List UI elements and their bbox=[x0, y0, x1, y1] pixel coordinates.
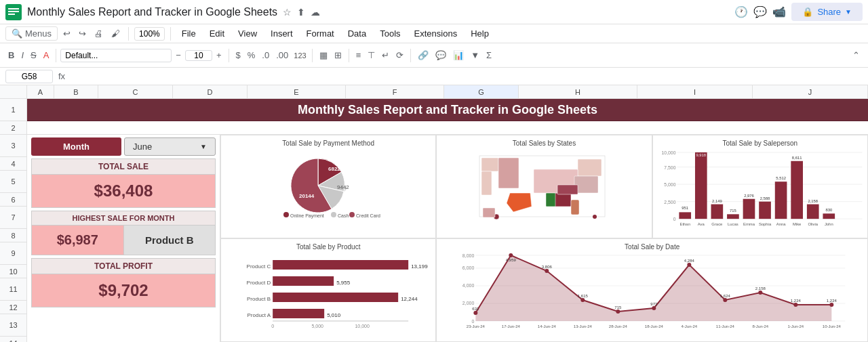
svg-point-100 bbox=[616, 309, 620, 314]
comment-btn[interactable]: 💬 bbox=[433, 48, 449, 62]
month-label-btn[interactable]: Month bbox=[31, 137, 121, 156]
meet-icon[interactable]: 📹 bbox=[772, 5, 786, 18]
svg-rect-60 bbox=[791, 161, 803, 219]
menu-file[interactable]: File bbox=[176, 27, 201, 40]
svg-rect-73 bbox=[273, 276, 334, 286]
search-menus-btn[interactable]: 🔍 Menus bbox=[5, 26, 58, 41]
row-14[interactable]: 14 bbox=[0, 337, 26, 342]
align-btn[interactable]: ≡ bbox=[353, 48, 364, 62]
menu-help[interactable]: Help bbox=[465, 27, 494, 40]
row-5[interactable]: 5 bbox=[0, 171, 26, 193]
svg-rect-20 bbox=[571, 200, 579, 215]
star-icon[interactable]: ☆ bbox=[283, 7, 292, 18]
share-button[interactable]: 🔒 Share ▼ bbox=[791, 3, 863, 21]
font-italic-btn[interactable]: I bbox=[18, 48, 26, 62]
row-6[interactable]: 6 bbox=[0, 193, 26, 207]
row-2[interactable]: 2 bbox=[0, 121, 26, 135]
col-header-i[interactable]: I bbox=[637, 85, 753, 98]
cell-reference-input[interactable] bbox=[5, 70, 53, 83]
menu-data[interactable]: Data bbox=[342, 27, 372, 40]
merge-btn[interactable]: ⊞ bbox=[332, 48, 344, 62]
row-11[interactable]: 11 bbox=[0, 278, 26, 301]
svg-text:18-Jun-24: 18-Jun-24 bbox=[645, 324, 664, 328]
menu-view[interactable]: View bbox=[233, 27, 262, 40]
increase-decimal-btn[interactable]: .00 bbox=[273, 48, 291, 62]
menu-extensions[interactable]: Extensions bbox=[409, 27, 463, 40]
month-value-btn[interactable]: June ▼ bbox=[124, 137, 216, 156]
pie-chart-title: Total Sale by Payment Method bbox=[225, 140, 431, 147]
font-bold-btn[interactable]: B bbox=[5, 48, 17, 62]
font-size-decrease-btn[interactable]: − bbox=[173, 48, 184, 62]
font-name-input[interactable] bbox=[60, 49, 172, 62]
font-color-btn[interactable]: A bbox=[41, 48, 52, 62]
cloud-icon[interactable]: ☁ bbox=[311, 7, 320, 18]
menu-edit[interactable]: Edit bbox=[204, 27, 230, 40]
col-header-e[interactable]: E bbox=[248, 85, 346, 98]
salesperson-chart-cell: Total Sale by Saleperson 0 2,500 5,000 7… bbox=[652, 135, 868, 238]
svg-point-97 bbox=[509, 253, 513, 257]
print-btn[interactable]: 🖨 bbox=[92, 26, 106, 41]
row-13[interactable]: 13 bbox=[0, 314, 26, 337]
svg-text:7,500: 7,500 bbox=[664, 165, 675, 170]
col-header-a[interactable]: A bbox=[27, 85, 54, 98]
menu-insert[interactable]: Insert bbox=[265, 27, 298, 40]
row-10[interactable]: 10 bbox=[0, 265, 26, 278]
highest-sale-product: Product B bbox=[124, 226, 216, 255]
col-header-h[interactable]: H bbox=[519, 85, 637, 98]
col-header-c[interactable]: C bbox=[98, 85, 173, 98]
menu-tools[interactable]: Tools bbox=[374, 27, 406, 40]
paint-format-btn[interactable]: 🖌 bbox=[108, 26, 123, 41]
svg-rect-39 bbox=[679, 212, 691, 219]
decrease-decimal-btn[interactable]: .0 bbox=[259, 48, 272, 62]
comment-icon[interactable]: 💬 bbox=[753, 5, 767, 18]
svg-text:5,010: 5,010 bbox=[327, 312, 341, 318]
font-strikethrough-btn[interactable]: S bbox=[28, 48, 39, 62]
row-1[interactable]: 1 bbox=[0, 99, 26, 121]
undo-btn[interactable]: ↩ bbox=[60, 26, 73, 41]
svg-rect-42 bbox=[695, 152, 707, 219]
filter-btn[interactable]: ▼ bbox=[468, 48, 482, 62]
expand-btn[interactable]: ⌃ bbox=[850, 48, 863, 62]
borders-btn[interactable]: ▦ bbox=[317, 48, 330, 62]
svg-rect-63 bbox=[807, 205, 819, 219]
row-3[interactable]: 3 bbox=[0, 135, 26, 157]
text-rotate-btn[interactable]: ⟳ bbox=[393, 48, 406, 62]
functions-btn[interactable]: Σ bbox=[484, 48, 494, 62]
chart-btn[interactable]: 📊 bbox=[450, 48, 467, 62]
separator-6 bbox=[349, 49, 349, 62]
history-icon[interactable]: 🕐 bbox=[734, 5, 748, 18]
valign-btn[interactable]: ⊤ bbox=[365, 48, 378, 62]
svg-text:Sophia: Sophia bbox=[759, 222, 772, 226]
col-header-f[interactable]: F bbox=[346, 85, 444, 98]
highest-sale-box: HIGHEST SALE FOR MONTH $6,987 Product B bbox=[31, 211, 216, 255]
percent-btn[interactable]: % bbox=[245, 48, 258, 62]
row-8[interactable]: 8 bbox=[0, 229, 26, 242]
row-4[interactable]: 4 bbox=[0, 157, 26, 171]
svg-point-105 bbox=[794, 303, 798, 307]
font-size-input[interactable] bbox=[185, 50, 212, 61]
svg-text:10,000: 10,000 bbox=[661, 150, 675, 155]
row-12[interactable]: 12 bbox=[0, 301, 26, 314]
col-header-g[interactable]: G bbox=[444, 85, 519, 98]
row-numbers: 1 2 3 4 5 6 7 8 9 10 11 12 13 14 15 bbox=[0, 99, 27, 342]
svg-text:23-Jun-24: 23-Jun-24 bbox=[467, 324, 486, 328]
menu-format[interactable]: Format bbox=[301, 27, 340, 40]
row-7[interactable]: 7 bbox=[0, 207, 26, 229]
svg-point-99 bbox=[581, 298, 585, 302]
redo-btn[interactable]: ↪ bbox=[76, 26, 89, 41]
svg-text:13-Jun-24: 13-Jun-24 bbox=[574, 324, 593, 328]
col-header-j[interactable]: J bbox=[753, 85, 868, 98]
col-header-d[interactable]: D bbox=[173, 85, 248, 98]
svg-rect-45 bbox=[711, 205, 723, 219]
row-9[interactable]: 9 bbox=[0, 242, 26, 265]
font-size-increase-btn[interactable]: + bbox=[214, 48, 224, 62]
text-wrap-btn[interactable]: ↵ bbox=[379, 48, 392, 62]
move-icon[interactable]: ⬆ bbox=[297, 7, 305, 18]
currency-btn[interactable]: $ bbox=[233, 48, 243, 62]
zoom-control[interactable]: 100% bbox=[134, 27, 165, 41]
separator-7 bbox=[410, 49, 411, 62]
app-icon bbox=[5, 4, 22, 20]
svg-text:0: 0 bbox=[271, 324, 274, 328]
link-btn[interactable]: 🔗 bbox=[415, 48, 431, 62]
col-header-b[interactable]: B bbox=[54, 85, 98, 98]
